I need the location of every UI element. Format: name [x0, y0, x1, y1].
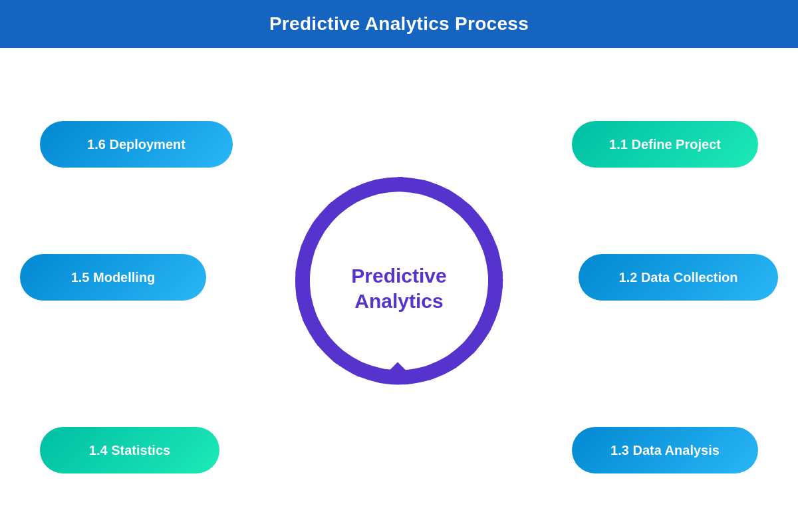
pill-statistics[interactable]: 1.4 Statistics	[40, 427, 219, 473]
center-line1: Predictive	[351, 263, 446, 289]
pill-define-project-label: 1.1 Define Project	[609, 137, 721, 152]
pill-deployment-label: 1.6 Deployment	[87, 137, 186, 152]
page-header: Predictive Analytics Process	[0, 0, 798, 48]
main-content: Predictive Analytics 1.1 Define Project …	[0, 48, 798, 532]
pill-define-project[interactable]: 1.1 Define Project	[572, 121, 758, 168]
pill-modelling[interactable]: 1.5 Modelling	[20, 254, 206, 301]
pill-data-analysis-label: 1.3 Data Analysis	[610, 443, 720, 458]
pill-modelling-label: 1.5 Modelling	[71, 270, 156, 285]
pill-statistics-label: 1.4 Statistics	[89, 443, 170, 458]
page-title: Predictive Analytics Process	[269, 13, 529, 35]
center-line2: Analytics	[351, 288, 446, 313]
svg-marker-1	[384, 362, 411, 375]
pill-data-analysis[interactable]: 1.3 Data Analysis	[572, 427, 758, 473]
center-label: Predictive Analytics	[351, 263, 446, 313]
pill-data-collection[interactable]: 1.2 Data Collection	[579, 254, 778, 301]
pill-data-collection-label: 1.2 Data Collection	[619, 270, 738, 285]
pill-deployment[interactable]: 1.6 Deployment	[40, 121, 233, 168]
